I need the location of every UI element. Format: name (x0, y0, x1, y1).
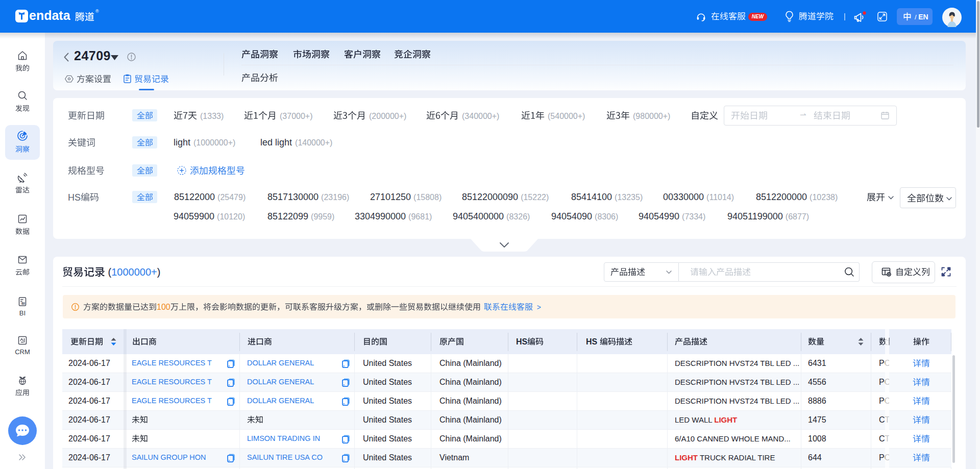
svg-text:BI: BI (21, 302, 25, 305)
